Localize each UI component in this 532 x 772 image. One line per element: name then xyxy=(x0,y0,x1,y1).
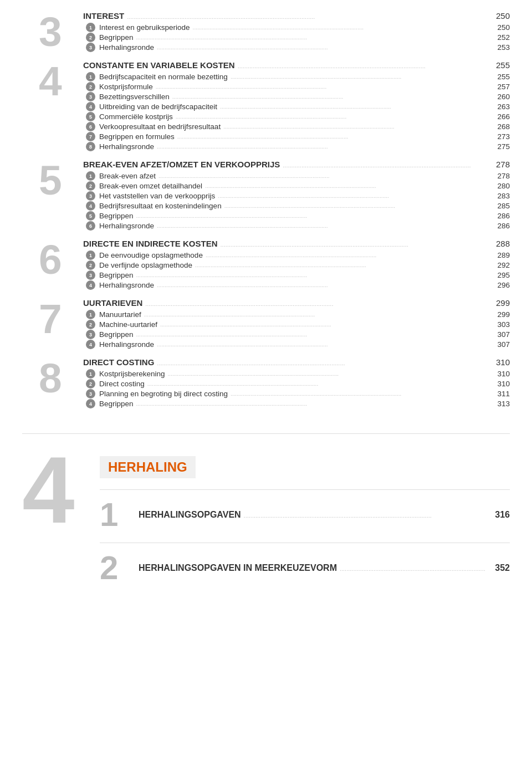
sub-text-4-5: Commerciële kostprijs xyxy=(99,113,173,121)
sub-text-4-2: Kostprijsformule xyxy=(99,83,153,91)
sub-text-7-3: Begrippen xyxy=(99,330,134,339)
herhaling-item-page-2: 352 xyxy=(488,563,510,573)
sub-num-3-3: 3 xyxy=(86,43,95,52)
chapter-number-3: 3 xyxy=(39,11,83,53)
sub-text-6-4: Herhalingsronde xyxy=(99,281,154,289)
herhaling-content: HERHALING1HERHALINGSOPGAVEN.............… xyxy=(100,448,510,596)
sub-page-7-1: 299 xyxy=(490,310,510,319)
herhaling-item-num-2: 2 xyxy=(100,551,139,585)
sub-num-5-4: 4 xyxy=(86,201,95,211)
sub-item-6-4: 4Herhalingsronde........................… xyxy=(83,280,510,290)
sub-item-4-3: 3Bezettingsverschillen..................… xyxy=(83,92,510,102)
herhaling-item-1: 1HERHALINGSOPGAVEN......................… xyxy=(100,489,510,540)
sub-page-5-3: 283 xyxy=(490,192,510,200)
sub-page-5-1: 278 xyxy=(490,172,510,180)
sub-item-5-3: 3Het vaststellen van de verkoopprijs....… xyxy=(83,191,510,201)
chapter-block-3: 3INTEREST...............................… xyxy=(39,11,510,53)
sub-num-8-1: 1 xyxy=(86,369,95,379)
sub-item-5-2: 2Break-even omzet detailhandel..........… xyxy=(83,181,510,191)
chapter-number-7: 7 xyxy=(39,298,83,340)
page: 3INTEREST...............................… xyxy=(0,0,532,607)
sub-item-6-2: 2De verfijnde opslagmethode.............… xyxy=(83,260,510,270)
sub-num-8-3: 3 xyxy=(86,389,95,398)
sub-num-7-3: 3 xyxy=(86,330,95,339)
sub-num-8-4: 4 xyxy=(86,399,95,408)
sub-num-5-1: 1 xyxy=(86,171,95,181)
sub-item-8-3: 3Planning en begroting bij direct costin… xyxy=(83,389,510,399)
sub-text-7-4: Herhalingsronde xyxy=(99,340,154,349)
chapter-title-4: CONSTANTE EN VARIABELE KOSTEN xyxy=(83,60,235,70)
sub-item-7-1: 1Manuurtarief...........................… xyxy=(83,310,510,320)
sub-page-4-1: 255 xyxy=(490,73,510,81)
sub-num-6-3: 3 xyxy=(86,270,95,280)
sub-text-6-3: Begrippen xyxy=(99,271,134,279)
sub-num-5-5: 5 xyxy=(86,211,95,221)
sub-page-8-2: 310 xyxy=(490,380,510,388)
sub-page-8-3: 311 xyxy=(490,390,510,398)
sub-page-6-2: 292 xyxy=(490,261,510,269)
sub-page-7-2: 303 xyxy=(490,320,510,329)
sub-item-8-1: 1Kostprijsberekening....................… xyxy=(83,369,510,379)
sub-item-7-2: 2Machine-uurtarief......................… xyxy=(83,320,510,330)
sub-item-5-6: 6Herhalingsronde........................… xyxy=(83,221,510,231)
sub-page-4-5: 266 xyxy=(490,113,510,121)
chapter-number-8: 8 xyxy=(39,357,83,399)
sub-num-4-6: 6 xyxy=(86,122,95,131)
chapters-section: 3INTEREST...............................… xyxy=(22,11,510,417)
sub-item-5-1: 1Break-even afzet.......................… xyxy=(83,171,510,181)
herhaling-big-number: 4 xyxy=(22,448,100,533)
chapter-page-7: 299 xyxy=(490,298,510,308)
sub-item-7-4: 4Herhalingsronde........................… xyxy=(83,340,510,350)
chapter-page-8: 310 xyxy=(490,357,510,367)
chapter-number-4: 4 xyxy=(39,60,83,102)
sub-num-4-3: 3 xyxy=(86,92,95,101)
sub-page-6-3: 295 xyxy=(490,271,510,279)
chapter-content-5: BREAK-EVEN AFZET/OMZET EN VERKOOPPRIJS..… xyxy=(83,160,510,231)
chapter-block-5: 5BREAK-EVEN AFZET/OMZET EN VERKOOPPRIJS.… xyxy=(39,160,510,231)
sub-text-4-1: Bedrijfscapaciteit en normale bezetting xyxy=(99,73,228,81)
sub-num-3-2: 2 xyxy=(86,33,95,42)
sub-num-7-4: 4 xyxy=(86,340,95,349)
herhaling-item-num-1: 1 xyxy=(100,498,139,531)
sub-num-5-2: 2 xyxy=(86,181,95,191)
sub-text-3-1: Interest en gebruiksperiode xyxy=(99,23,190,32)
sub-text-4-3: Bezettingsverschillen xyxy=(99,93,170,101)
chapter-page-4: 255 xyxy=(490,60,510,70)
sub-page-4-3: 260 xyxy=(490,93,510,101)
sub-item-7-3: 3Begrippen..............................… xyxy=(83,330,510,340)
sub-page-3-1: 250 xyxy=(490,23,510,32)
sub-item-4-7: 7Begrippen en formules..................… xyxy=(83,132,510,142)
herhaling-title: HERHALING xyxy=(100,456,196,478)
sub-item-4-1: 1Bedrijfscapaciteit en normale bezetting… xyxy=(83,72,510,82)
sub-item-3-2: 2Begrippen..............................… xyxy=(83,33,510,43)
sub-num-7-2: 2 xyxy=(86,320,95,329)
sub-page-5-6: 286 xyxy=(490,222,510,230)
sub-item-6-1: 1De eenvoudige opslagmethode............… xyxy=(83,250,510,260)
sub-num-4-7: 7 xyxy=(86,132,95,141)
sub-page-4-6: 268 xyxy=(490,122,510,131)
sub-num-4-2: 2 xyxy=(86,82,95,91)
sub-page-4-8: 275 xyxy=(490,142,510,151)
sub-num-7-1: 1 xyxy=(86,310,95,319)
chapter-content-3: INTEREST................................… xyxy=(83,11,510,53)
herhaling-item-page-1: 316 xyxy=(488,510,510,520)
sub-item-5-5: 5Begrippen..............................… xyxy=(83,211,510,221)
sub-text-8-2: Direct costing xyxy=(99,380,145,388)
sub-text-5-2: Break-even omzet detailhandel xyxy=(99,182,202,190)
sub-text-3-2: Begrippen xyxy=(99,33,134,42)
sub-page-7-3: 307 xyxy=(490,330,510,339)
sub-text-5-1: Break-even afzet xyxy=(99,172,156,180)
sub-page-4-7: 273 xyxy=(490,132,510,141)
chapters-content: 3INTEREST...............................… xyxy=(39,11,510,417)
chapter-block-6: 6DIRECTE EN INDIRECTE KOSTEN............… xyxy=(39,239,510,290)
sub-text-8-4: Begrippen xyxy=(99,400,134,408)
herhaling-section: 4HERHALING1HERHALINGSOPGAVEN............… xyxy=(22,433,510,596)
sub-text-5-4: Bedrijfsresultaat en kostenindelingen xyxy=(99,202,222,210)
sub-num-3-1: 1 xyxy=(86,23,95,32)
chapter-title-8: DIRECT COSTING xyxy=(83,357,154,367)
sub-page-4-4: 263 xyxy=(490,103,510,111)
sub-num-6-1: 1 xyxy=(86,250,95,260)
sub-page-8-4: 313 xyxy=(490,400,510,408)
sub-page-5-2: 280 xyxy=(490,182,510,190)
sub-page-3-3: 253 xyxy=(490,43,510,52)
